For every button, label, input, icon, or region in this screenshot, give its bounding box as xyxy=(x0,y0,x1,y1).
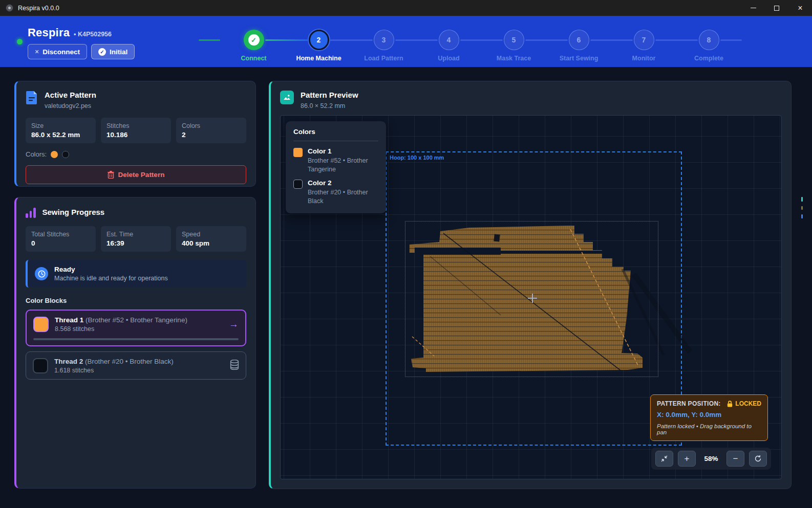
card-title: Pattern Preview xyxy=(301,91,358,99)
sewing-progress-card: Sewing Progress Total Stitches 0 Est. Ti… xyxy=(14,197,256,489)
maximize-button[interactable] xyxy=(765,0,788,16)
step-monitor: 7 Monitor xyxy=(611,30,676,67)
clock-icon xyxy=(35,267,48,280)
stepper-connector xyxy=(525,39,568,41)
step-label: Connect xyxy=(241,55,267,62)
maximize-icon xyxy=(774,6,779,11)
pattern-filename: valetudogv2.pes xyxy=(45,102,96,109)
step-label: Mask Trace xyxy=(497,55,531,62)
stat-value: 2 xyxy=(182,131,241,139)
app-icon xyxy=(6,4,13,12)
stat-size: Size 86.0 x 52.2 mm xyxy=(26,118,96,143)
stat-value: 16:39 xyxy=(106,239,165,247)
app-window: Respira v0.0.0 × Respira • K4P502956 × D… xyxy=(0,0,812,508)
color-dot-black xyxy=(62,151,69,158)
stat-label: Colors xyxy=(182,122,241,129)
initial-label: Initial xyxy=(110,48,127,56)
step-start-sewing: 6 Start Sewing xyxy=(546,30,611,67)
step-label: Load Pattern xyxy=(364,55,403,62)
position-coordinates: X: 0.0mm, Y: 0.0mm xyxy=(657,411,761,418)
check-icon: ✓ xyxy=(248,34,260,46)
legend-color-detail: Brother #52 • Brother Tangerine xyxy=(308,157,378,174)
minus-icon: − xyxy=(733,454,738,463)
legend-color-detail: Brother #20 • Brother Black xyxy=(308,188,378,206)
check-circle-icon: ✓ xyxy=(98,48,106,56)
database-icon xyxy=(230,360,239,372)
stat-total-stitches: Total Stitches 0 xyxy=(26,226,96,252)
minimize-button[interactable] xyxy=(741,0,765,16)
connection-status-dot xyxy=(17,39,23,45)
position-hint: Pattern locked • Drag background to pan xyxy=(657,423,761,435)
step-circle-home-machine: 2 xyxy=(309,30,329,50)
thread-block-2[interactable]: Thread 2 (Brother #20 • Brother Black) 1… xyxy=(26,351,246,380)
stat-value: 86.0 x 52.2 mm xyxy=(31,131,90,139)
right-column: Pattern Preview 86.0 × 52.2 mm Colors Co… xyxy=(269,81,792,508)
thread-block-1[interactable]: Thread 1 (Brother #52 • Brother Tangerin… xyxy=(26,310,246,346)
stat-stitches: Stitches 10.186 xyxy=(101,118,171,143)
legend-swatch-black xyxy=(293,180,303,189)
arrow-right-icon: → xyxy=(229,319,239,330)
app-name: Respira xyxy=(28,26,70,39)
stepper-lead-line xyxy=(199,39,220,41)
left-column: Active Pattern valetudogv2.pes Size 86.0… xyxy=(14,81,256,508)
fit-to-screen-button[interactable] xyxy=(655,451,673,467)
step-label: Complete xyxy=(694,55,723,62)
delete-pattern-button[interactable]: Delete Pattern xyxy=(26,165,246,184)
legend-title: Colors xyxy=(293,128,378,136)
close-icon: × xyxy=(798,4,802,12)
thread-1-progress-bar xyxy=(33,338,239,340)
status-title: Ready xyxy=(54,266,168,273)
pattern-dimensions: 86.0 × 52.2 mm xyxy=(301,102,358,109)
legend-item-color-2: Color 2 Brother #20 • Brother Black xyxy=(293,179,378,206)
step-load-pattern: 3 Load Pattern xyxy=(351,30,416,67)
brand-block: Respira • K4P502956 × Disconnect ✓ Initi… xyxy=(28,26,135,67)
preview-canvas[interactable]: Colors Color 1 Brother #52 • Brother Tan… xyxy=(280,115,782,479)
step-circle-monitor: 7 xyxy=(634,30,654,50)
card-title: Active Pattern xyxy=(45,91,96,99)
zoom-in-button[interactable]: + xyxy=(678,451,696,467)
stat-value: 0 xyxy=(31,239,90,247)
step-circle-connect: ✓ xyxy=(244,30,264,50)
legend-swatch-orange xyxy=(293,148,303,157)
stepper-connector xyxy=(655,39,698,41)
chart-bars-icon xyxy=(26,208,36,218)
trash-icon xyxy=(108,171,114,179)
reset-zoom-icon xyxy=(754,455,762,462)
delete-pattern-label: Delete Pattern xyxy=(118,171,165,179)
scrollbar-annotations xyxy=(801,197,803,223)
window-title: Respira v0.0.0 xyxy=(18,5,59,12)
legend-color-name: Color 1 xyxy=(308,147,378,155)
stat-colors: Colors 2 xyxy=(176,118,246,143)
status-description: Machine is idle and ready for operations xyxy=(54,275,168,282)
reset-view-button[interactable] xyxy=(749,451,767,467)
step-mask-trace: 5 Mask Trace xyxy=(481,30,546,67)
stat-speed: Speed 400 spm xyxy=(176,226,246,252)
image-icon xyxy=(280,91,294,104)
color-blocks-label: Color Blocks xyxy=(26,297,246,304)
step-label: Home Machine xyxy=(296,55,341,62)
stat-label: Speed xyxy=(182,231,241,238)
stat-value: 10.186 xyxy=(106,131,165,139)
zoom-out-button[interactable]: − xyxy=(726,451,744,467)
stepper-connector xyxy=(460,39,503,41)
zoom-level: 58% xyxy=(700,455,722,462)
stepper-connector xyxy=(265,39,308,41)
disconnect-x-icon: × xyxy=(35,48,39,56)
disconnect-button[interactable]: × Disconnect xyxy=(28,44,87,59)
step-circle-load-pattern: 3 xyxy=(374,30,394,50)
step-circle-complete: 8 xyxy=(699,30,719,50)
step-upload: 4 Upload xyxy=(416,30,481,67)
stat-label: Size xyxy=(31,122,90,129)
stepper-connector xyxy=(330,39,373,41)
locked-badge: LOCKED xyxy=(735,400,761,407)
step-label: Upload xyxy=(438,55,459,62)
fit-screen-icon xyxy=(660,455,668,462)
legend-color-name: Color 2 xyxy=(308,179,378,187)
thread-1-swatch xyxy=(33,317,49,332)
step-label: Start Sewing xyxy=(560,55,599,62)
initial-button[interactable]: ✓ Initial xyxy=(91,44,135,59)
plus-icon: + xyxy=(685,454,690,463)
close-button[interactable]: × xyxy=(788,0,812,16)
stat-label: Est. Time xyxy=(106,231,165,238)
legend-item-color-1: Color 1 Brother #52 • Brother Tangerine xyxy=(293,147,378,174)
